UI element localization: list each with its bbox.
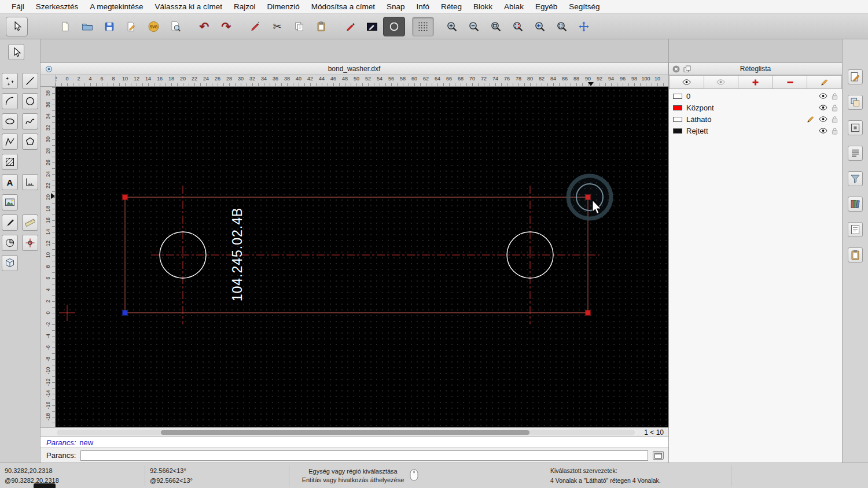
- menubar-item[interactable]: Ablak: [498, 2, 529, 11]
- vruler-label: -18: [45, 409, 51, 424]
- tool-polyline-button[interactable]: [2, 134, 18, 150]
- menubar-item[interactable]: Fájl: [6, 2, 30, 11]
- hruler-label: 10: [654, 76, 660, 82]
- dock-layer-list-button[interactable]: [848, 95, 863, 110]
- tool-line-button[interactable]: [22, 73, 38, 89]
- mouse-hints: Egység vagy régió kiválasztása Entitás v…: [289, 463, 431, 488]
- menubar-item[interactable]: Segítség: [563, 2, 605, 11]
- save-file-button[interactable]: [98, 17, 120, 36]
- zoom-page-indicator: 1 < 10: [635, 428, 666, 437]
- menubar-item[interactable]: Infó: [411, 2, 436, 11]
- menubar-item[interactable]: Egyéb: [529, 2, 563, 11]
- zoom-auto-button[interactable]: [485, 17, 507, 36]
- pen-edit-button[interactable]: [244, 17, 266, 36]
- edit-drawing-button[interactable]: [120, 17, 142, 36]
- tool-circle-button[interactable]: [22, 93, 38, 109]
- redo-button[interactable]: ↷: [215, 17, 237, 36]
- layer-color-swatch: [673, 128, 682, 134]
- zoom-in-button[interactable]: [441, 17, 463, 36]
- print-preview-button[interactable]: [164, 17, 186, 36]
- tool-polygon-button[interactable]: [22, 134, 38, 150]
- pan-view-button[interactable]: [573, 17, 595, 36]
- tool-palette: A: [0, 39, 41, 463]
- dock-entity-list-button[interactable]: [848, 146, 863, 161]
- grid-snap-button[interactable]: [412, 17, 434, 36]
- layer-lock-icon[interactable]: [832, 93, 838, 100]
- dock-layer-filter-button[interactable]: [848, 171, 863, 186]
- tool-select-button[interactable]: [8, 44, 24, 60]
- hruler-label: 20: [180, 76, 186, 82]
- drawing-canvas[interactable]: 104.245.02.4B: [56, 87, 668, 427]
- horizontal-scrollbar[interactable]: [57, 430, 635, 435]
- layer-panel-float-button[interactable]: [683, 65, 691, 73]
- layer-visibility-eye-icon[interactable]: [819, 105, 827, 110]
- paste-button[interactable]: [310, 17, 332, 36]
- add-layer-button[interactable]: [738, 75, 773, 89]
- tool-hatch-button[interactable]: [2, 154, 18, 170]
- tool-text-button[interactable]: A: [2, 174, 18, 190]
- dock-library-browser-button[interactable]: [848, 197, 863, 212]
- layer-lock-icon[interactable]: [832, 104, 838, 112]
- layer-panel-close-button[interactable]: [672, 65, 680, 73]
- select-arrow-button[interactable]: [6, 17, 28, 36]
- remove-layer-button[interactable]: [773, 75, 808, 89]
- entity-attributes-button[interactable]: [361, 17, 383, 36]
- tool-ellipse-button[interactable]: [2, 113, 18, 130]
- undo-button[interactable]: ↶: [193, 17, 215, 36]
- layer-row[interactable]: Központ: [669, 102, 842, 113]
- tool-spline-button[interactable]: [22, 113, 38, 130]
- show-all-layers-button[interactable]: [669, 75, 704, 89]
- tool-image-button[interactable]: [2, 194, 18, 210]
- hide-all-layers-button[interactable]: [704, 75, 739, 89]
- tool-arc-button[interactable]: [2, 93, 18, 109]
- tool-info-button[interactable]: [2, 235, 18, 251]
- menubar-item[interactable]: Snap: [381, 2, 411, 11]
- layer-lock-icon[interactable]: [832, 116, 838, 123]
- new-file-button[interactable]: [54, 17, 76, 36]
- zoom-redraw-button[interactable]: [507, 17, 529, 36]
- menubar-item[interactable]: Dimenzió: [261, 2, 305, 11]
- tool-block-button[interactable]: [2, 255, 18, 271]
- modify-layer-button[interactable]: [807, 75, 842, 89]
- layer-visibility-eye-icon[interactable]: [819, 116, 827, 122]
- cut-button[interactable]: ✂: [266, 17, 288, 36]
- dock-clipboard-button[interactable]: [848, 247, 863, 263]
- dock-command-notes-button[interactable]: [848, 222, 863, 237]
- scrollbar-thumb[interactable]: [161, 430, 529, 435]
- copy-button[interactable]: [288, 17, 310, 36]
- tool-points-button[interactable]: [2, 73, 18, 89]
- menubar-item[interactable]: Rajzol: [228, 2, 262, 11]
- menubar-item[interactable]: Blokk: [468, 2, 498, 11]
- layer-lock-icon[interactable]: [832, 127, 838, 135]
- vruler-ticks: [52, 87, 55, 427]
- command-window-button[interactable]: [653, 451, 664, 460]
- document-titlebar[interactable]: bond_washer.dxf: [41, 62, 668, 75]
- current-pen-circle-button[interactable]: [383, 17, 405, 36]
- attributes-pen-button[interactable]: [339, 17, 361, 36]
- menubar-item[interactable]: Réteg: [435, 2, 468, 11]
- layer-row[interactable]: Látható: [669, 113, 842, 125]
- dock-pen-palette-button[interactable]: [848, 69, 863, 84]
- zoom-window-button[interactable]: [551, 17, 573, 36]
- svg-export-button[interactable]: SVG: [142, 17, 164, 36]
- layer-visibility-eye-icon[interactable]: [819, 93, 827, 99]
- dock-block-list-button[interactable]: [848, 120, 863, 135]
- tool-snap-button[interactable]: [22, 235, 38, 251]
- layer-list: 0KözpontLáthatóRejtett: [669, 89, 842, 463]
- hruler-label: 4: [89, 76, 91, 82]
- menubar-item[interactable]: Válassza ki a címet: [149, 2, 228, 11]
- zoom-previous-button[interactable]: [529, 17, 551, 36]
- tool-dimension-button[interactable]: [22, 174, 38, 190]
- menubar-item[interactable]: Módosítsa a címet: [306, 2, 381, 11]
- layer-row[interactable]: Rejtett: [669, 125, 842, 136]
- tool-measure-button[interactable]: [22, 215, 38, 231]
- command-input[interactable]: [80, 450, 648, 461]
- zoom-out-button[interactable]: [463, 17, 485, 36]
- layer-row[interactable]: 0: [669, 90, 842, 102]
- tool-modify-button[interactable]: [2, 215, 18, 231]
- menubar-item[interactable]: Szerkesztés: [30, 2, 84, 11]
- centerlines: [151, 186, 599, 324]
- layer-visibility-eye-icon[interactable]: [819, 128, 827, 134]
- open-file-button[interactable]: [76, 17, 98, 36]
- menubar-item[interactable]: A megtekintése: [84, 2, 149, 11]
